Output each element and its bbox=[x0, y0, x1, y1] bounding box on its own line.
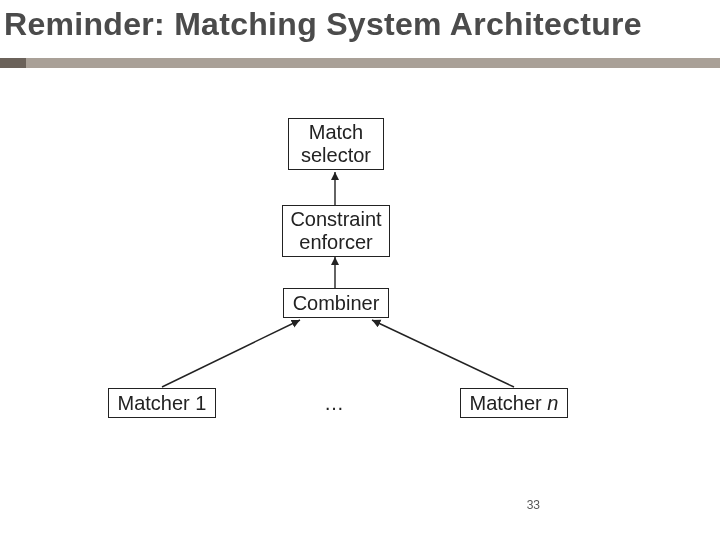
node-matcher-1: Matcher 1 bbox=[108, 388, 216, 418]
ellipsis: … bbox=[324, 392, 344, 415]
node-constraint-enforcer: Constraint enforcer bbox=[282, 205, 390, 257]
node-match-selector: Match selector bbox=[288, 118, 384, 170]
node-constraint-enforcer-line2: enforcer bbox=[299, 231, 372, 253]
node-matcher-n: Matcher n bbox=[460, 388, 568, 418]
title-underline bbox=[0, 58, 720, 68]
connectors bbox=[0, 0, 720, 540]
node-matcher-n-prefix: Matcher bbox=[470, 392, 548, 414]
slide-title: Reminder: Matching System Architecture bbox=[4, 6, 716, 43]
node-match-selector-line2: selector bbox=[301, 144, 371, 166]
page-number: 33 bbox=[527, 498, 540, 512]
svg-line-3 bbox=[372, 320, 514, 387]
node-matcher-1-label: Matcher 1 bbox=[118, 392, 207, 415]
node-combiner-label: Combiner bbox=[293, 292, 380, 315]
node-combiner: Combiner bbox=[283, 288, 389, 318]
node-matcher-n-var: n bbox=[547, 392, 558, 414]
node-match-selector-line1: Match bbox=[309, 121, 363, 143]
node-constraint-enforcer-line1: Constraint bbox=[290, 208, 381, 230]
svg-line-2 bbox=[162, 320, 300, 387]
